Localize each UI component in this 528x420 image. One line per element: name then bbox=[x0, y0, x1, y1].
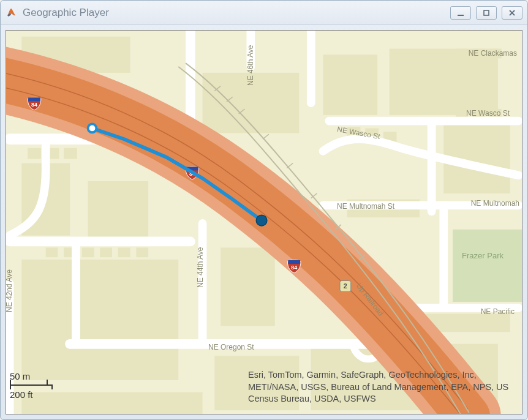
app-window: Geographic Player bbox=[0, 0, 528, 420]
matlab-icon bbox=[6, 7, 18, 19]
content-area: 84 84 84 2 bbox=[1, 25, 527, 419]
svg-rect-15 bbox=[214, 356, 299, 411]
svg-rect-48 bbox=[288, 260, 300, 264]
svg-rect-30 bbox=[46, 247, 58, 257]
svg-rect-25 bbox=[473, 49, 485, 59]
svg-text:84: 84 bbox=[291, 264, 297, 271]
svg-rect-3 bbox=[453, 230, 522, 302]
window-controls bbox=[450, 6, 522, 20]
svg-point-52 bbox=[88, 124, 97, 133]
map-view[interactable]: 84 84 84 2 bbox=[6, 30, 522, 414]
svg-rect-10 bbox=[21, 260, 178, 380]
titlebar[interactable]: Geographic Player bbox=[1, 1, 527, 25]
svg-rect-32 bbox=[82, 247, 94, 257]
map-canvas: 84 84 84 2 bbox=[6, 31, 522, 414]
svg-rect-0 bbox=[458, 15, 464, 16]
svg-rect-24 bbox=[456, 49, 468, 59]
svg-point-53 bbox=[256, 215, 267, 226]
svg-rect-20 bbox=[64, 148, 77, 159]
svg-rect-44 bbox=[28, 97, 40, 101]
svg-rect-33 bbox=[100, 247, 112, 257]
route-shield-icon: 2 bbox=[340, 280, 351, 291]
svg-rect-6 bbox=[323, 54, 377, 114]
svg-rect-26 bbox=[489, 49, 502, 59]
svg-rect-18 bbox=[28, 148, 41, 159]
scale-bar: 50 m 200 ft bbox=[10, 367, 51, 403]
svg-rect-11 bbox=[221, 247, 275, 326]
svg-text:2: 2 bbox=[344, 282, 347, 290]
close-button[interactable] bbox=[502, 6, 522, 20]
svg-rect-34 bbox=[118, 247, 130, 257]
minimize-button[interactable] bbox=[450, 6, 471, 20]
svg-rect-1 bbox=[484, 10, 489, 15]
svg-rect-9 bbox=[88, 181, 148, 241]
scale-imperial: 200 ft bbox=[10, 389, 33, 400]
maximize-button[interactable] bbox=[476, 6, 497, 20]
svg-rect-35 bbox=[136, 247, 148, 257]
window-title: Geographic Player bbox=[23, 7, 450, 19]
scale-metric: 50 m bbox=[10, 371, 30, 381]
svg-rect-7 bbox=[390, 49, 498, 115]
svg-text:84: 84 bbox=[31, 102, 37, 108]
